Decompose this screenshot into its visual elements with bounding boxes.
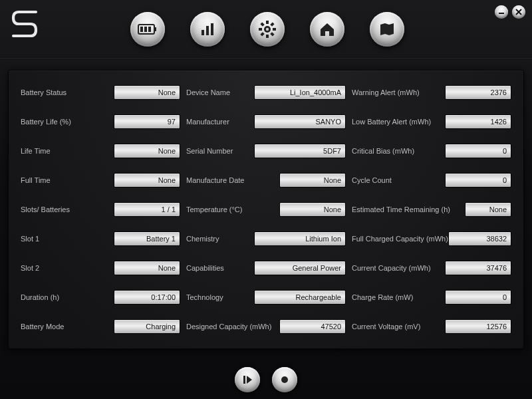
- svg-rect-1: [154, 27, 156, 31]
- svg-rect-9: [266, 21, 269, 24]
- map-icon: [378, 20, 396, 39]
- window-controls: [495, 5, 525, 19]
- value: 2376: [445, 85, 511, 100]
- value: 0: [445, 173, 511, 188]
- label: Battery Mode: [21, 323, 64, 331]
- settings-tab-button[interactable]: [250, 12, 285, 47]
- row-manufacturer: ManufacturerSANYO: [186, 114, 346, 129]
- svg-point-20: [281, 376, 288, 383]
- row-battery-status: Battery StatusNone: [21, 85, 180, 100]
- label: Full Charged Capacity (mWh): [352, 235, 448, 243]
- home-icon: [318, 20, 336, 39]
- battery-tab-button[interactable]: [130, 12, 165, 47]
- value: 5DF7: [254, 144, 346, 158]
- play-button[interactable]: [235, 367, 260, 392]
- value: 1 / 1: [114, 202, 180, 217]
- nav-toolbar: [130, 12, 404, 47]
- row-cycle-count: Cycle Count0: [352, 173, 511, 188]
- column-1: Battery StatusNone Battery Life (%)97 Li…: [21, 85, 180, 342]
- footer-controls: [0, 367, 532, 392]
- close-icon: [515, 8, 523, 16]
- row-battery-mode: Battery ModeCharging: [21, 319, 180, 334]
- label: Temperature (°C): [186, 205, 242, 213]
- svg-rect-10: [266, 35, 269, 38]
- label: Designed Capacity (mWh): [186, 323, 271, 331]
- value: None: [114, 261, 180, 275]
- row-technology: TechnologyRechargeable: [186, 290, 346, 305]
- row-warning-alert: Warning Alert (mWh)2376: [352, 85, 511, 100]
- close-button[interactable]: [512, 5, 525, 19]
- label: Device Name: [186, 88, 230, 96]
- label: Low Battery Alert (mWh): [352, 118, 431, 126]
- value: Charging: [114, 319, 180, 334]
- label: Duration (h): [21, 293, 59, 301]
- svg-rect-6: [206, 26, 209, 35]
- label: Current Voltage (mV): [352, 323, 420, 331]
- row-full-time: Full TimeNone: [21, 173, 180, 188]
- label: Current Capacity (mWh): [352, 264, 431, 272]
- label: Battery Life (%): [21, 118, 71, 126]
- value: 47520: [279, 319, 346, 334]
- row-designed-capacity: Designed Capacity (mWh)47520: [186, 319, 346, 334]
- bar-chart-icon: [199, 21, 216, 38]
- value: None: [114, 173, 180, 188]
- svg-rect-18: [499, 13, 504, 14]
- label: Serial Number: [186, 147, 233, 155]
- row-full-charged-capacity: Full Charged Capacity (mWh)38632: [352, 231, 511, 246]
- svg-rect-13: [270, 22, 274, 26]
- value: 38632: [448, 231, 511, 246]
- play-icon: [242, 374, 253, 385]
- row-slot2: Slot 2None: [21, 261, 180, 275]
- row-slot1: Slot 1Battery 1: [21, 231, 180, 246]
- minimize-button[interactable]: [495, 5, 508, 19]
- record-button[interactable]: [272, 367, 297, 392]
- minimize-icon: [497, 8, 505, 16]
- home-tab-button[interactable]: [310, 12, 344, 47]
- row-battery-life-pct: Battery Life (%)97: [21, 114, 180, 129]
- row-low-battery-alert: Low Battery Alert (mWh)1426: [352, 114, 511, 129]
- label: Manufacturer: [186, 118, 229, 126]
- row-slots-batteries: Slots/ Batteries1 / 1: [21, 202, 180, 217]
- label: Charge Rate (mW): [352, 293, 413, 301]
- row-current-capacity: Current Capacity (mWh)37476: [352, 261, 511, 275]
- label: Battery Status: [21, 88, 66, 96]
- value: 37476: [445, 261, 511, 275]
- value: None: [114, 85, 180, 100]
- row-current-voltage: Current Voltage (mV)12576: [352, 319, 511, 334]
- row-manufacture-date: Manufacture DateNone: [186, 173, 346, 188]
- label: Chemistry: [186, 235, 219, 243]
- svg-rect-14: [260, 32, 264, 36]
- row-chemistry: ChemistryLithium Ion: [186, 231, 346, 246]
- value: Battery 1: [114, 231, 180, 246]
- label: Slot 1: [21, 235, 39, 243]
- label: Full Time: [21, 176, 51, 184]
- row-charge-rate: Charge Rate (mW)0: [352, 290, 511, 305]
- label: Critical Bias (mWh): [352, 147, 414, 155]
- map-tab-button[interactable]: [370, 12, 404, 47]
- label: Slots/ Batteries: [21, 205, 70, 213]
- app-window: Battery StatusNone Battery Life (%)97 Li…: [0, 0, 532, 399]
- label: Estimated Time Remaining (h): [352, 205, 450, 213]
- label: Technology: [186, 293, 223, 301]
- column-3: Warning Alert (mWh)2376 Low Battery Aler…: [352, 85, 511, 342]
- row-est-time-remaining: Estimated Time Remaining (h)None: [352, 202, 511, 217]
- value: 97: [114, 114, 180, 129]
- row-critical-bias: Critical Bias (mWh)0: [352, 144, 511, 158]
- label: Slot 2: [21, 264, 39, 272]
- row-duration: Duration (h)0:17:00: [21, 290, 180, 305]
- value: None: [279, 173, 346, 188]
- value: 0: [445, 290, 511, 305]
- record-icon: [279, 374, 290, 385]
- label: Capabilities: [186, 264, 224, 272]
- svg-rect-7: [211, 23, 213, 35]
- svg-rect-11: [273, 28, 276, 31]
- svg-point-17: [266, 28, 269, 31]
- battery-icon: [138, 23, 158, 35]
- value: Li_Ion_4000mA: [254, 85, 346, 100]
- stats-tab-button[interactable]: [190, 12, 225, 47]
- svg-rect-19: [243, 376, 245, 384]
- row-device-name: Device NameLi_Ion_4000mA: [186, 85, 346, 100]
- value: None: [114, 144, 180, 158]
- value: Lithium Ion: [254, 231, 346, 246]
- svg-rect-4: [148, 27, 151, 32]
